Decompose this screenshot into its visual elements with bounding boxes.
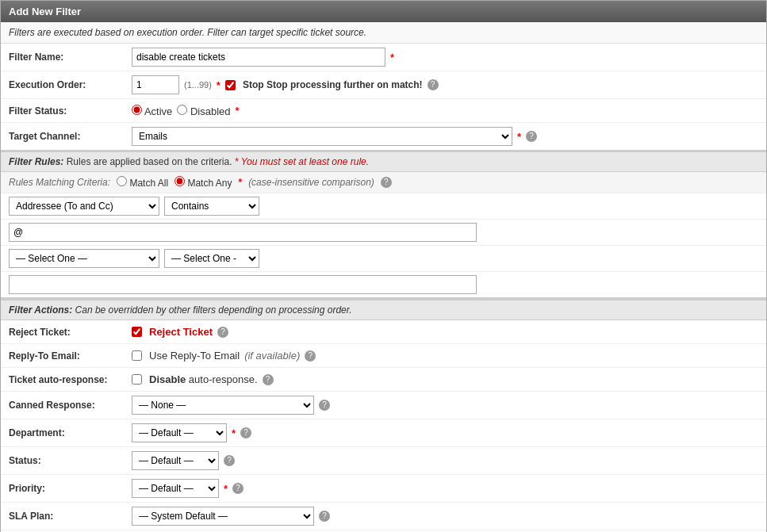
priority-info-icon: ? — [232, 483, 244, 494]
match-all-radio[interactable] — [117, 176, 127, 186]
priority-row: Priority: — Default — * ? — [1, 475, 766, 503]
filter-status-disabled-radio[interactable] — [177, 105, 187, 115]
canned-response-label: Canned Response: — [9, 400, 132, 411]
target-channel-select[interactable]: Any Emails API Phone — [132, 127, 512, 146]
panel-header: Add New Filter — [1, 1, 766, 22]
stop-processing-label: Stop Stop processing further on match! — [243, 79, 423, 90]
filter-name-input[interactable] — [132, 48, 385, 67]
filter-actions-header: Filter Actions: Can be overridden by oth… — [1, 299, 766, 320]
reply-to-email-use-label: Use Reply-To Email — [149, 350, 240, 362]
sla-plan-info-icon: ? — [319, 511, 330, 522]
target-channel-row: Target Channel: Any Emails API Phone * ? — [1, 123, 766, 151]
reject-ticket-info-icon: ? — [217, 327, 228, 338]
filter-status-required: * — [236, 105, 240, 117]
execution-hint: (1...99) — [184, 80, 212, 90]
reply-to-email-checkbox[interactable] — [132, 350, 142, 361]
department-row: Department: — Default — * ? — [1, 419, 766, 447]
filter-status-disabled-option[interactable]: Disabled — [177, 105, 230, 117]
add-filter-panel: Add New Filter Filters are executed base… — [0, 0, 767, 532]
rule2-condition-select[interactable]: — Select One - — [164, 249, 259, 268]
matching-info-icon: ? — [381, 177, 392, 188]
department-select[interactable]: — Default — — [132, 423, 227, 442]
stop-processing-info-icon: ? — [428, 79, 439, 90]
stop-processing-checkbox[interactable] — [225, 80, 236, 90]
execution-order-input[interactable] — [132, 75, 179, 94]
target-channel-required: * — [517, 131, 521, 143]
execution-order-controls: (1...99) * Stop Stop processing further … — [132, 75, 758, 94]
rule-row-2-text — [1, 272, 766, 299]
filter-status-label: Filter Status: — [9, 105, 132, 117]
reject-ticket-label: Reject Ticket: — [9, 327, 132, 338]
ticket-autoresponse-controls: Disable auto-response. ? — [132, 373, 758, 385]
execution-order-row: Execution Order: (1...99) * Stop Stop pr… — [1, 71, 766, 99]
status-controls: — Default — ? — [132, 451, 758, 470]
reject-ticket-row: Reject Ticket: Reject Ticket ? — [1, 320, 766, 344]
rule1-field-select[interactable]: Addressee (To and Cc) Subject Body Email — [9, 197, 159, 216]
sla-plan-label: SLA Plan: — [9, 511, 132, 522]
execution-order-label: Execution Order: — [9, 79, 132, 90]
sla-plan-controls: — System Default — ? — [132, 507, 758, 526]
filter-name-controls: * — [132, 48, 758, 67]
rule-row-1: Addressee (To and Cc) Subject Body Email… — [1, 193, 766, 220]
target-channel-info-icon: ? — [526, 131, 537, 142]
priority-required: * — [224, 483, 228, 495]
reject-ticket-checkbox-label: Reject Ticket — [149, 326, 213, 338]
department-label: Department: — [9, 427, 132, 438]
ticket-autoresponse-label: Ticket auto-response: — [9, 374, 132, 385]
execution-required: * — [217, 79, 221, 91]
match-all-option[interactable]: Match All — [117, 176, 168, 189]
rule1-text-input[interactable] — [9, 223, 477, 242]
canned-response-controls: — None — ? — [132, 396, 758, 415]
status-info-icon: ? — [224, 455, 235, 466]
filter-name-required: * — [390, 52, 394, 63]
reply-to-email-controls: Use Reply-To Email (if available) ? — [132, 350, 758, 362]
canned-response-info-icon: ? — [319, 400, 330, 411]
panel-title: Add New Filter — [9, 6, 81, 17]
filter-status-row: Filter Status: Active Disabled * — [1, 99, 766, 123]
reject-ticket-controls: Reject Ticket ? — [132, 326, 758, 338]
reply-to-email-info-icon: ? — [305, 350, 316, 362]
canned-response-select[interactable]: — None — — [132, 396, 314, 415]
ticket-autoresponse-checkbox[interactable] — [132, 374, 142, 385]
filter-name-row: Filter Name: * — [1, 44, 766, 71]
rule-row-1-text — [1, 220, 766, 246]
department-info-icon: ? — [240, 427, 251, 438]
reject-ticket-checkbox[interactable] — [132, 327, 142, 337]
info-row: Filters are executed based on execution … — [1, 22, 766, 44]
ticket-autoresponse-row: Ticket auto-response: Disable auto-respo… — [1, 368, 766, 392]
status-select[interactable]: — Default — — [132, 451, 219, 470]
department-required: * — [232, 427, 236, 439]
filter-status-controls: Active Disabled * — [132, 105, 758, 117]
sla-plan-select[interactable]: — System Default — — [132, 507, 314, 526]
priority-select[interactable]: — Default — — [132, 479, 219, 498]
target-channel-controls: Any Emails API Phone * ? — [132, 127, 758, 146]
priority-controls: — Default — * ? — [132, 479, 758, 498]
target-channel-label: Target Channel: — [9, 131, 132, 142]
filter-status-active-option[interactable]: Active — [132, 105, 172, 117]
reply-to-email-row: Reply-To Email: Use Reply-To Email (if a… — [1, 344, 766, 368]
rule2-text-input[interactable] — [9, 275, 477, 294]
rule2-field-select[interactable]: — Select One — — [9, 249, 159, 268]
canned-response-row: Canned Response: — None — ? — [1, 392, 766, 419]
rules-criteria-row: Rules Matching Criteria: Match All Match… — [1, 172, 766, 193]
priority-label: Priority: — [9, 483, 132, 494]
reply-to-email-if-available: (if available) — [244, 350, 300, 362]
rule1-condition-select[interactable]: Contains Equal Starts With Ends With — [164, 197, 259, 216]
status-label: Status: — [9, 455, 132, 466]
ticket-autoresponse-disable-label: Disable auto-response. — [149, 373, 258, 385]
filter-status-active-radio[interactable] — [132, 105, 142, 115]
filter-name-label: Filter Name: — [9, 52, 132, 63]
reply-to-email-label: Reply-To Email: — [9, 350, 132, 362]
status-row: Status: — Default — ? — [1, 447, 766, 475]
match-any-option[interactable]: Match Any — [174, 176, 232, 189]
sla-plan-row: SLA Plan: — System Default — ? — [1, 503, 766, 530]
rule-row-2: — Select One — — Select One - — [1, 246, 766, 272]
matching-required: * — [238, 177, 242, 188]
department-controls: — Default — * ? — [132, 423, 758, 442]
match-any-radio[interactable] — [174, 176, 185, 186]
filter-rules-header: Filter Rules: Rules are applied based on… — [1, 151, 766, 172]
ticket-autoresponse-info-icon: ? — [263, 374, 274, 385]
